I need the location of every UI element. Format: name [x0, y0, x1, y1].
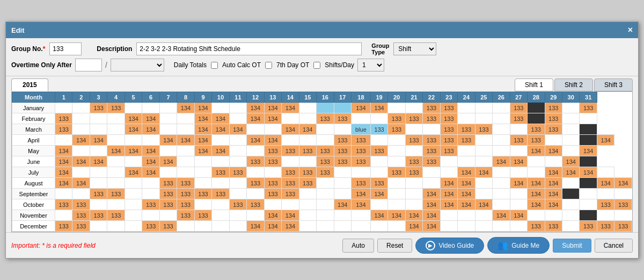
- day-cell[interactable]: 134: [440, 189, 457, 199]
- day-cell[interactable]: 133: [334, 156, 351, 167]
- day-cell[interactable]: 134: [125, 146, 142, 156]
- day-cell[interactable]: 133: [423, 135, 440, 146]
- day-cell[interactable]: 133: [614, 199, 632, 210]
- day-cell[interactable]: 133: [545, 103, 562, 113]
- day-cell[interactable]: [405, 146, 422, 156]
- day-cell[interactable]: 134: [72, 156, 90, 167]
- day-cell[interactable]: [493, 199, 510, 210]
- day-cell[interactable]: [580, 113, 597, 124]
- day-cell[interactable]: [90, 146, 107, 156]
- day-cell[interactable]: 134: [142, 156, 159, 167]
- day-cell[interactable]: [142, 178, 159, 189]
- day-cell[interactable]: 134: [107, 146, 125, 156]
- day-cell[interactable]: [510, 221, 527, 232]
- day-cell[interactable]: [493, 178, 510, 189]
- day-cell[interactable]: 134: [194, 135, 211, 146]
- day-cell[interactable]: [55, 135, 72, 146]
- day-cell[interactable]: 134: [282, 103, 299, 113]
- day-cell[interactable]: [142, 135, 159, 146]
- day-cell[interactable]: [562, 199, 579, 210]
- day-cell[interactable]: 133: [90, 103, 107, 113]
- day-cell[interactable]: [229, 113, 246, 124]
- day-cell[interactable]: [247, 146, 264, 156]
- day-cell[interactable]: [90, 113, 107, 124]
- day-cell[interactable]: [107, 167, 125, 178]
- day-cell[interactable]: [125, 178, 142, 189]
- day-cell[interactable]: 134: [212, 113, 229, 124]
- day-cell[interactable]: [317, 210, 334, 221]
- day-cell[interactable]: 134: [142, 113, 159, 124]
- day-cell[interactable]: 133: [282, 189, 299, 199]
- day-cell[interactable]: 134: [264, 221, 281, 232]
- day-cell[interactable]: [334, 103, 351, 113]
- day-cell[interactable]: [299, 199, 316, 210]
- day-cell[interactable]: [90, 124, 107, 135]
- shift-tab-1[interactable]: Shift 1: [515, 78, 553, 91]
- day-cell[interactable]: 133: [405, 156, 422, 167]
- day-cell[interactable]: [159, 124, 177, 135]
- day-cell[interactable]: 133: [545, 124, 562, 135]
- day-cell[interactable]: 133: [247, 178, 264, 189]
- day-cell[interactable]: 133: [90, 210, 107, 221]
- day-cell[interactable]: 133: [351, 146, 370, 156]
- day-cell[interactable]: [142, 210, 159, 221]
- day-cell[interactable]: 133: [177, 199, 194, 210]
- day-cell[interactable]: [107, 135, 125, 146]
- day-cell[interactable]: 133: [55, 113, 72, 124]
- day-cell[interactable]: [334, 189, 351, 199]
- day-cell[interactable]: 133: [142, 221, 159, 232]
- day-cell[interactable]: 134: [423, 189, 440, 199]
- day-cell[interactable]: 134: [440, 199, 457, 210]
- day-cell[interactable]: [440, 210, 457, 221]
- day-cell[interactable]: [562, 221, 579, 232]
- day-cell[interactable]: 133: [299, 167, 316, 178]
- day-cell[interactable]: [458, 156, 475, 167]
- day-cell[interactable]: [388, 199, 405, 210]
- day-cell[interactable]: 133: [194, 210, 211, 221]
- day-cell[interactable]: 133: [177, 189, 194, 199]
- day-cell[interactable]: [562, 135, 579, 146]
- day-cell[interactable]: [458, 221, 475, 232]
- day-cell[interactable]: [493, 135, 510, 146]
- day-cell[interactable]: [299, 135, 316, 146]
- day-cell[interactable]: 134: [264, 135, 281, 146]
- day-cell[interactable]: 134: [545, 189, 562, 199]
- day-cell[interactable]: [475, 221, 492, 232]
- day-cell[interactable]: 133: [159, 189, 177, 199]
- day-cell[interactable]: [528, 167, 545, 178]
- day-cell[interactable]: 133: [597, 199, 614, 210]
- day-cell[interactable]: 133: [317, 113, 334, 124]
- day-cell[interactable]: 134: [264, 113, 281, 124]
- day-cell[interactable]: [475, 135, 492, 146]
- day-cell[interactable]: [159, 146, 177, 156]
- submit-button[interactable]: Submit: [553, 239, 591, 253]
- day-cell[interactable]: [580, 199, 597, 210]
- day-cell[interactable]: [212, 210, 229, 221]
- day-cell[interactable]: [562, 113, 579, 124]
- day-cell[interactable]: [475, 210, 492, 221]
- day-cell[interactable]: 134: [55, 156, 72, 167]
- day-cell[interactable]: 134: [177, 103, 194, 113]
- day-cell[interactable]: 134: [351, 103, 370, 113]
- day-cell[interactable]: [194, 156, 211, 167]
- day-cell[interactable]: 134: [264, 103, 281, 113]
- day-cell[interactable]: [580, 135, 597, 146]
- day-cell[interactable]: 133: [282, 167, 299, 178]
- day-cell[interactable]: [545, 210, 562, 221]
- day-cell[interactable]: 133: [510, 103, 527, 113]
- day-cell[interactable]: 134: [528, 199, 545, 210]
- day-cell[interactable]: [72, 113, 90, 124]
- day-cell[interactable]: [212, 178, 229, 189]
- day-cell[interactable]: 134: [545, 178, 562, 189]
- day-cell[interactable]: 134: [55, 146, 72, 156]
- day-cell[interactable]: 134: [475, 167, 492, 178]
- day-cell[interactable]: [247, 210, 264, 221]
- day-cell[interactable]: 133: [545, 113, 562, 124]
- day-cell[interactable]: [72, 103, 90, 113]
- day-cell[interactable]: 134: [528, 146, 545, 156]
- day-cell[interactable]: [493, 113, 510, 124]
- day-cell[interactable]: [510, 124, 527, 135]
- day-cell[interactable]: [194, 221, 211, 232]
- reset-button[interactable]: Reset: [377, 239, 412, 253]
- day-cell[interactable]: 134: [597, 178, 614, 189]
